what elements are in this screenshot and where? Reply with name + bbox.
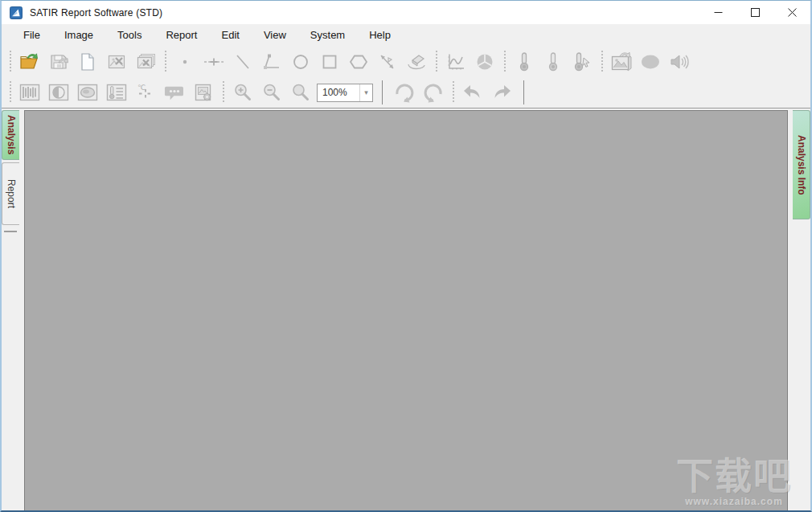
angle-tool-button[interactable] <box>257 49 286 75</box>
app-window: SATIR Report Software (STD) File Image T… <box>0 0 812 512</box>
report-settings-icon <box>193 83 214 102</box>
export-image-icon <box>610 51 633 72</box>
tab-analysis[interactable]: Analysis <box>2 110 19 160</box>
tab-strip-divider <box>4 231 17 232</box>
toolbar-gripper <box>503 51 506 73</box>
zoom-fit-icon <box>291 83 310 102</box>
export-image-button[interactable] <box>607 49 636 75</box>
menu-image[interactable]: Image <box>52 26 105 44</box>
tab-analysis-info-label: Analysis Info <box>796 135 807 195</box>
spot-tool-icon <box>176 53 194 71</box>
contrast-icon <box>48 83 69 102</box>
report-settings-button[interactable] <box>189 80 218 105</box>
tab-analysis-info[interactable]: Analysis Info <box>793 110 810 219</box>
menu-edit[interactable]: Edit <box>209 26 251 44</box>
isotherm-button[interactable] <box>73 80 102 105</box>
temperature-cursor-icon: ℃ <box>135 83 156 102</box>
rotate-ccw-button[interactable] <box>419 80 448 105</box>
close-button[interactable] <box>773 1 810 24</box>
contrast-button[interactable] <box>44 80 73 105</box>
toolbar-gripper <box>435 51 437 73</box>
toolbar-separator <box>523 80 524 104</box>
rotate-ccw-icon <box>422 81 445 104</box>
audio-annotation-icon <box>669 52 690 72</box>
toolbar-gripper <box>9 81 11 104</box>
eraser-tool-button[interactable] <box>402 49 431 75</box>
chevron-down-icon[interactable]: ▾ <box>359 84 372 101</box>
left-tab-strip: Analysis Report <box>2 110 19 232</box>
title-bar[interactable]: SATIR Report Software (STD) <box>2 1 810 24</box>
toolbar-gripper <box>9 51 11 73</box>
menu-file[interactable]: File <box>11 26 52 44</box>
tab-analysis-label: Analysis <box>6 115 17 154</box>
tab-report[interactable]: Report <box>2 162 19 225</box>
zoom-level-combobox[interactable]: 100% ▾ <box>317 84 373 102</box>
thermometer-cursor-icon <box>572 51 593 72</box>
redo-button[interactable] <box>487 80 516 105</box>
save-file-button[interactable] <box>44 49 73 75</box>
temperature-cursor-button[interactable]: ℃ <box>131 80 160 105</box>
thermometer-min-icon <box>544 51 562 72</box>
comment-button[interactable] <box>160 80 189 105</box>
minimize-button[interactable] <box>699 1 736 24</box>
temperature-list-button[interactable] <box>102 80 131 105</box>
menu-help[interactable]: Help <box>357 26 403 44</box>
menu-report[interactable]: Report <box>154 26 209 44</box>
redo-icon <box>491 84 512 101</box>
close-icon <box>788 8 797 17</box>
angle-tool-icon <box>262 53 281 71</box>
polygon-tool-button[interactable] <box>344 49 373 75</box>
new-document-button[interactable] <box>73 49 102 75</box>
image-canvas[interactable]: 下载吧 www.xiazaiba.com <box>24 110 788 510</box>
toolbar-gripper <box>601 51 603 73</box>
menu-view[interactable]: View <box>252 26 298 44</box>
thermometer-cursor-button[interactable] <box>568 49 597 75</box>
close-image-icon <box>107 52 126 72</box>
zoom-out-button[interactable] <box>257 80 286 105</box>
shape-fill-icon <box>639 52 662 72</box>
open-file-button[interactable] <box>15 49 44 75</box>
spot-tool-button[interactable] <box>170 49 199 75</box>
rectangle-tool-button[interactable] <box>315 49 344 75</box>
zoom-fit-button[interactable] <box>286 80 315 105</box>
palette-button[interactable] <box>15 80 44 105</box>
line-spot-tool-button[interactable] <box>199 49 228 75</box>
menu-system[interactable]: System <box>298 26 357 44</box>
menu-bar: File Image Tools Report Edit View System… <box>2 24 810 46</box>
close-all-images-icon <box>135 52 156 72</box>
palette-icon <box>19 83 40 102</box>
zoom-level-value: 100% <box>318 87 359 98</box>
ellipse-tool-button[interactable] <box>286 49 315 75</box>
toolbar-separator <box>382 80 383 104</box>
arrow-measure-tool-icon <box>378 52 397 72</box>
zoom-out-icon <box>262 83 281 102</box>
line-tool-icon <box>234 53 252 71</box>
close-image-button[interactable] <box>102 49 131 75</box>
thermometer-max-button[interactable] <box>510 49 539 75</box>
watermark: 下载吧 www.xiazaiba.com <box>676 457 792 507</box>
pie-chart-icon <box>475 52 494 72</box>
toolbar-view: ℃ <box>2 77 810 108</box>
pie-chart-button[interactable] <box>470 49 499 75</box>
save-file-icon <box>49 52 68 72</box>
app-logo-icon <box>10 6 23 19</box>
shape-fill-button[interactable] <box>636 49 665 75</box>
isotherm-icon <box>77 83 98 102</box>
toolbar-gripper <box>222 81 224 104</box>
watermark-url: www.xiazaiba.com <box>676 496 792 507</box>
rotate-cw-button[interactable] <box>390 80 419 105</box>
new-document-icon <box>78 52 97 72</box>
undo-button[interactable] <box>458 80 487 105</box>
menu-tools[interactable]: Tools <box>105 26 154 44</box>
audio-annotation-button[interactable] <box>665 49 694 75</box>
right-tab-strip: Analysis Info <box>793 110 810 219</box>
close-all-images-button[interactable] <box>131 49 160 75</box>
zoom-in-button[interactable] <box>228 80 257 105</box>
maximize-button[interactable] <box>736 1 773 24</box>
thermometer-min-button[interactable] <box>539 49 568 75</box>
temperature-list-icon <box>106 83 127 102</box>
arrow-measure-tool-button[interactable] <box>373 49 402 75</box>
line-chart-button[interactable] <box>441 49 470 75</box>
line-tool-button[interactable] <box>228 49 257 75</box>
line-spot-tool-icon <box>203 53 224 71</box>
